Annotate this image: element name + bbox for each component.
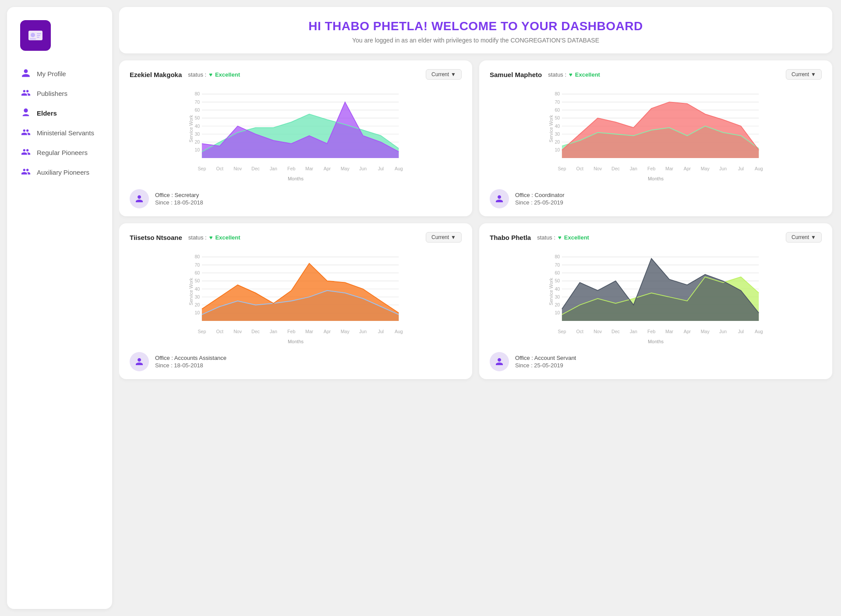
svg-text:Apr: Apr bbox=[324, 329, 331, 334]
card-status-2: status : ♥ Excellent bbox=[548, 71, 600, 78]
svg-text:Mar: Mar bbox=[665, 329, 674, 334]
status-heart: ♥ bbox=[569, 71, 572, 78]
sidebar-item-elders[interactable]: Elders bbox=[16, 103, 103, 123]
avatar-2 bbox=[490, 189, 509, 208]
svg-text:Aug: Aug bbox=[395, 329, 403, 334]
dropdown-icon: ▼ bbox=[811, 234, 816, 240]
since-2: Since : 25-05-2019 bbox=[515, 199, 564, 206]
svg-text:Apr: Apr bbox=[324, 166, 331, 171]
svg-text:Feb: Feb bbox=[647, 329, 655, 334]
svg-text:Nov: Nov bbox=[233, 329, 242, 334]
svg-text:40: 40 bbox=[194, 286, 200, 292]
svg-text:10: 10 bbox=[194, 310, 200, 315]
svg-text:May: May bbox=[701, 329, 710, 334]
svg-text:50: 50 bbox=[555, 115, 560, 120]
group-service-icon bbox=[21, 127, 31, 138]
svg-text:80: 80 bbox=[555, 254, 560, 259]
avatar-1 bbox=[130, 189, 149, 208]
svg-text:70: 70 bbox=[194, 99, 200, 105]
welcome-title: HI THABO PHETLA! WELCOME TO YOUR DASHBOA… bbox=[128, 19, 823, 33]
svg-text:30: 30 bbox=[194, 131, 200, 137]
cards-grid: Ezekiel Makgoka status : ♥ Excellent Cur… bbox=[119, 60, 832, 379]
since-3: Since : 18-05-2018 bbox=[155, 362, 226, 369]
welcome-subtitle: You are logged in as an elder with privi… bbox=[128, 37, 823, 44]
svg-text:Apr: Apr bbox=[684, 329, 691, 334]
app-logo bbox=[20, 20, 51, 51]
card-header-1: Ezekiel Makgoka status : ♥ Excellent Cur… bbox=[130, 69, 462, 80]
sidebar-item-publishers[interactable]: Publishers bbox=[16, 84, 103, 103]
svg-text:Dec: Dec bbox=[251, 166, 260, 171]
svg-text:40: 40 bbox=[194, 123, 200, 129]
svg-text:Aug: Aug bbox=[755, 329, 763, 334]
chart-4: 10 20 30 40 50 60 70 80 SepOctNovDecJanF… bbox=[490, 248, 822, 335]
current-btn-1[interactable]: Current ▼ bbox=[426, 69, 462, 80]
current-btn-3[interactable]: Current ▼ bbox=[426, 232, 462, 243]
svg-marker-97 bbox=[202, 264, 399, 321]
svg-text:Mar: Mar bbox=[665, 166, 674, 171]
svg-text:Dec: Dec bbox=[251, 329, 260, 334]
sidebar-nav: My Profile Publishers Elders Ministerial… bbox=[16, 64, 103, 182]
status-heart: ♥ bbox=[558, 234, 562, 241]
sidebar-item-my-profile[interactable]: My Profile bbox=[16, 64, 103, 84]
svg-text:Jan: Jan bbox=[630, 166, 637, 171]
svg-text:60: 60 bbox=[194, 270, 200, 275]
status-value: Excellent bbox=[575, 71, 600, 78]
status-heart: ♥ bbox=[209, 71, 212, 78]
svg-text:May: May bbox=[341, 329, 350, 334]
card-status-4: status : ♥ Excellent bbox=[537, 234, 589, 241]
chart-1: 10 20 30 40 50 60 70 80 SepOctNovDecJanF… bbox=[130, 85, 462, 172]
card-header-3: Tiisetso Ntsoane status : ♥ Excellent Cu… bbox=[130, 232, 462, 243]
svg-text:60: 60 bbox=[194, 107, 200, 113]
card-footer-3: Office : Accounts Assistance Since : 18-… bbox=[130, 348, 462, 371]
svg-text:Jun: Jun bbox=[359, 329, 367, 334]
svg-marker-128 bbox=[562, 259, 759, 321]
card-status-3: status : ♥ Excellent bbox=[188, 234, 240, 241]
svg-text:30: 30 bbox=[194, 294, 200, 299]
group-pioneer-icon bbox=[21, 147, 31, 158]
current-btn-2[interactable]: Current ▼ bbox=[786, 69, 822, 80]
svg-text:Mar: Mar bbox=[305, 166, 314, 171]
svg-text:Aug: Aug bbox=[755, 166, 763, 171]
svg-text:Jun: Jun bbox=[719, 166, 727, 171]
chart-2: 10 20 30 40 50 60 70 80 SepOctNovDecJanF… bbox=[490, 85, 822, 172]
svg-text:80: 80 bbox=[555, 91, 560, 96]
office-2: Office : Coordinator bbox=[515, 192, 564, 198]
avatar-3 bbox=[130, 352, 149, 371]
current-btn-4[interactable]: Current ▼ bbox=[786, 232, 822, 243]
office-1: Office : Secretary bbox=[155, 192, 203, 198]
svg-text:60: 60 bbox=[555, 270, 560, 275]
svg-text:Jan: Jan bbox=[270, 329, 277, 334]
svg-text:Jun: Jun bbox=[719, 329, 727, 334]
svg-text:Service Work: Service Work bbox=[188, 115, 194, 142]
main-content: HI THABO PHETLA! WELCOME TO YOUR DASHBOA… bbox=[119, 0, 841, 616]
svg-text:Nov: Nov bbox=[233, 166, 242, 171]
svg-marker-66 bbox=[562, 102, 759, 158]
svg-text:Jun: Jun bbox=[359, 166, 367, 171]
sidebar-item-my-profile-label: My Profile bbox=[37, 70, 66, 77]
card-footer-2: Office : Coordinator Since : 25-05-2019 bbox=[490, 185, 822, 208]
svg-rect-5 bbox=[37, 37, 39, 38]
svg-text:60: 60 bbox=[555, 107, 560, 113]
sidebar-item-ministerial-servants[interactable]: Ministerial Servants bbox=[16, 123, 103, 143]
since-1: Since : 18-05-2018 bbox=[155, 199, 203, 206]
svg-text:Jul: Jul bbox=[378, 329, 384, 334]
svg-text:May: May bbox=[701, 166, 710, 171]
status-label: status : bbox=[548, 71, 566, 78]
dropdown-icon: ▼ bbox=[451, 234, 456, 240]
status-value: Excellent bbox=[215, 234, 240, 241]
sidebar-item-auxiliary-pioneers[interactable]: Auxiliary Pioneers bbox=[16, 162, 103, 182]
svg-text:Feb: Feb bbox=[647, 166, 655, 171]
card-3: Tiisetso Ntsoane status : ♥ Excellent Cu… bbox=[119, 223, 472, 379]
svg-text:Jul: Jul bbox=[738, 329, 744, 334]
office-4: Office : Account Servant bbox=[515, 355, 576, 361]
status-label: status : bbox=[188, 234, 207, 241]
svg-text:Feb: Feb bbox=[287, 329, 295, 334]
svg-text:Oct: Oct bbox=[216, 329, 224, 334]
svg-text:50: 50 bbox=[194, 278, 200, 283]
card-name-4: Thabo Phetla bbox=[490, 234, 531, 241]
chart-3: 10 20 30 40 50 60 70 80 SepOctNovDecJanF… bbox=[130, 248, 462, 335]
svg-text:Jan: Jan bbox=[270, 166, 277, 171]
svg-text:10: 10 bbox=[194, 147, 200, 152]
sidebar-item-regular-pioneers[interactable]: Regular Pioneers bbox=[16, 143, 103, 162]
x-label-4: Months bbox=[490, 339, 822, 344]
